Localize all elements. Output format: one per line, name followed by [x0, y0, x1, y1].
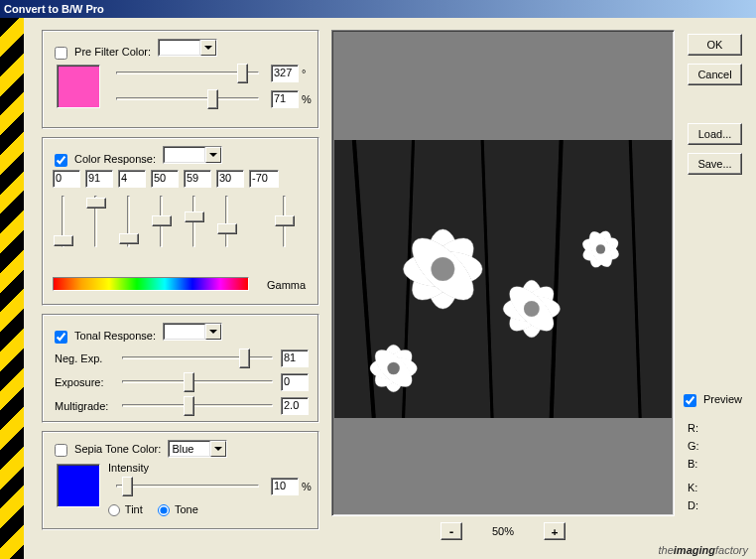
cr-val-1[interactable] — [85, 170, 113, 188]
prefilter-sat-input[interactable] — [271, 90, 299, 108]
window-title: Convert to B/W Pro — [4, 3, 104, 15]
preview-label: Preview — [703, 393, 742, 405]
svg-point-21 — [387, 362, 400, 375]
zoom-controls: - 50% + — [441, 522, 566, 540]
sepia-color-combo[interactable]: Blue — [168, 440, 227, 458]
readout-r: R: — [688, 419, 742, 437]
sepia-checkbox[interactable] — [55, 444, 67, 457]
zoom-level: 50% — [492, 525, 514, 537]
sepia-label: Sepia Tone Color: — [74, 443, 161, 455]
negexp-input[interactable] — [281, 349, 309, 367]
colorresponse-preset-combo[interactable] — [163, 146, 222, 164]
cr-slider-5[interactable] — [216, 192, 238, 251]
multigrade-input[interactable] — [281, 397, 309, 415]
tonalresponse-group: Tonal Response: Neg. Exp. Exposure: Mult… — [42, 314, 319, 423]
cr-slider-1[interactable] — [85, 192, 107, 251]
exposure-slider[interactable] — [114, 371, 281, 393]
exposure-label: Exposure: — [55, 376, 114, 388]
spectrum-bar — [53, 277, 249, 291]
prefilter-label: Pre Filter Color: — [74, 46, 151, 58]
svg-point-11 — [431, 257, 454, 281]
gamma-label: Gamma — [267, 279, 306, 291]
readout-k: K: — [688, 479, 742, 496]
readout-g: G: — [688, 437, 742, 455]
prefilter-preset-combo[interactable] — [158, 39, 217, 57]
percent-unit: % — [302, 93, 312, 105]
tone-radio[interactable] — [158, 504, 170, 516]
save-button[interactable]: Save... — [688, 153, 742, 175]
zoom-in-button[interactable]: + — [544, 522, 566, 540]
prefilter-checkbox[interactable] — [55, 47, 67, 60]
prefilter-hue-slider[interactable] — [108, 63, 267, 84]
degree-unit: ° — [302, 68, 306, 79]
svg-point-16 — [524, 301, 540, 317]
sepia-swatch[interactable] — [57, 464, 100, 507]
tint-label: Tint — [125, 503, 143, 515]
dialog-body: Pre Filter Color: ° % Color Response: — [24, 18, 756, 559]
readout-b: B: — [688, 455, 742, 473]
cr-slider-4[interactable] — [184, 192, 205, 251]
preview-panel — [331, 30, 675, 516]
colorresponse-label: Color Response: — [74, 153, 156, 165]
brand-footer: theimagingfactory — [659, 542, 748, 557]
negexp-slider[interactable] — [114, 348, 281, 369]
preview-checkbox[interactable] — [684, 394, 696, 407]
prefilter-group: Pre Filter Color: ° % — [42, 30, 319, 129]
prefilter-hue-input[interactable] — [271, 65, 299, 82]
cr-val-4[interactable] — [184, 170, 211, 188]
tonalresponse-preset-combo[interactable] — [163, 323, 222, 341]
cancel-button[interactable]: Cancel — [688, 64, 742, 85]
ok-button[interactable]: OK — [688, 34, 742, 56]
svg-point-26 — [596, 244, 606, 254]
colorresponse-group: Color Response: Gamma — [42, 137, 319, 306]
title-bar: Convert to B/W Pro — [0, 0, 756, 18]
prefilter-sat-slider[interactable] — [108, 88, 267, 110]
colorresponse-checkbox[interactable] — [55, 154, 67, 167]
intensity-input[interactable] — [271, 478, 299, 495]
tonalresponse-label: Tonal Response: — [74, 330, 156, 342]
intensity-unit: % — [302, 481, 312, 492]
intensity-slider[interactable] — [108, 476, 267, 497]
zoom-out-button[interactable]: - — [441, 522, 462, 540]
cr-val-gamma[interactable] — [249, 170, 279, 188]
intensity-label: Intensity — [108, 462, 149, 474]
readout-d: D: — [688, 496, 742, 514]
sepia-group: Sepia Tone Color: Blue Intensity % Tint … — [42, 431, 319, 530]
multigrade-slider[interactable] — [114, 395, 281, 417]
cr-slider-0[interactable] — [53, 192, 74, 251]
cr-val-5[interactable] — [216, 170, 244, 188]
tonalresponse-checkbox[interactable] — [55, 331, 67, 344]
prefilter-swatch[interactable] — [57, 65, 100, 108]
multigrade-label: Multigrade: — [55, 400, 114, 412]
cr-val-0[interactable] — [53, 170, 80, 188]
exposure-input[interactable] — [281, 373, 309, 391]
negexp-label: Neg. Exp. — [55, 352, 114, 364]
color-readout: R: G: B: K: D: — [688, 419, 742, 514]
cr-slider-2[interactable] — [118, 192, 140, 251]
cr-slider-gamma[interactable] — [274, 192, 296, 251]
hazard-stripe — [0, 18, 24, 559]
tint-radio[interactable] — [108, 504, 120, 516]
cr-slider-3[interactable] — [151, 192, 173, 251]
preview-image[interactable] — [334, 140, 672, 418]
tone-label: Tone — [175, 503, 198, 515]
cr-val-3[interactable] — [151, 170, 179, 188]
cr-val-2[interactable] — [118, 170, 146, 188]
load-button[interactable]: Load... — [688, 123, 742, 145]
